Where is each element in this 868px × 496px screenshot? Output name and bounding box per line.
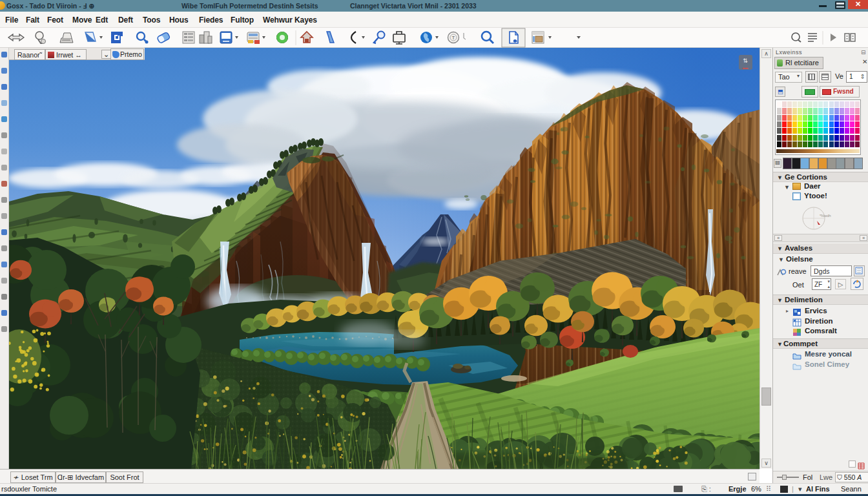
svg-text:⇅: ⇅ xyxy=(743,57,748,64)
svg-text:▂▂: ▂▂ xyxy=(742,65,749,69)
svg-text:*Nwdh: *Nwdh xyxy=(820,214,831,218)
svg-text:T: T xyxy=(452,35,455,41)
